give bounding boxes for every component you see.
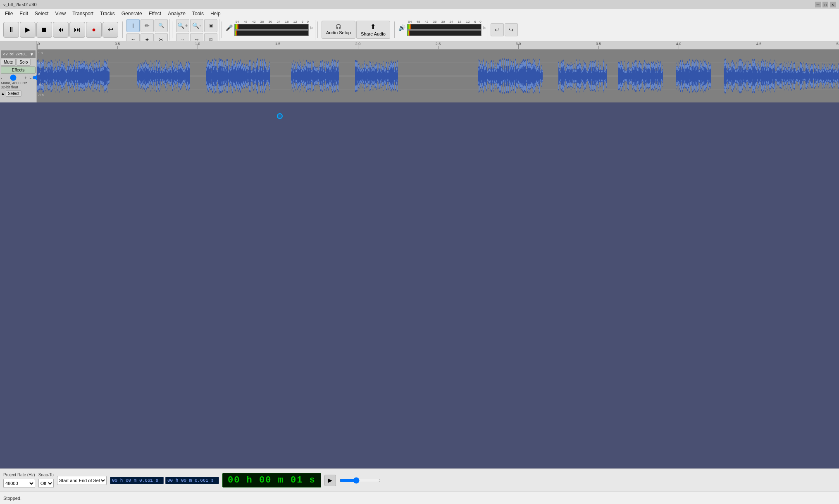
input-vu-container: -54 -48 -42 -36 -30 -24 -18 -12 -6 0 — [234, 20, 309, 36]
output-vu-bar[interactable] — [407, 24, 481, 30]
menu-tools[interactable]: Tools — [189, 10, 207, 17]
project-rate-select[interactable]: 48000 — [3, 479, 35, 488]
fastforward-button[interactable]: ⏭ — [69, 22, 85, 38]
rewind-button[interactable]: ⏮ — [53, 22, 69, 38]
ruler-spacer — [0, 41, 37, 50]
menu-generate[interactable]: Generate — [118, 10, 145, 17]
playback-play-button[interactable]: ▶ — [324, 475, 336, 486]
mute-button[interactable]: Mute — [1, 59, 16, 66]
menu-select[interactable]: Select — [31, 10, 52, 17]
transport-group: ⏸ ▶ ⏹ ⏮ ⏭ ● ↩ — [2, 20, 120, 40]
select-button[interactable]: Select — [6, 90, 21, 97]
speed-slider[interactable] — [339, 477, 381, 484]
waveform-area[interactable]: 1.0 0.5 0 -0.5 -1.0 — [37, 50, 839, 102]
title-controls: ─ □ × — [815, 2, 836, 7]
collapse-icon[interactable]: ▲ — [1, 91, 5, 96]
main-content — [0, 104, 839, 468]
input-vu-bar[interactable] — [234, 24, 309, 30]
zoom-out-button[interactable]: 🔍- — [190, 19, 203, 32]
input-vu-bar-2[interactable] — [234, 30, 309, 36]
waveform-canvas[interactable] — [37, 50, 839, 102]
stop-button[interactable]: ⏹ — [36, 22, 52, 38]
track-area: × v_btl_2krs01#40 ▼ Mute Solo Effects - … — [0, 50, 839, 102]
input-vu-clip: ▷ — [310, 26, 313, 30]
snap-to-section: Snap-To Off — [38, 473, 54, 488]
menu-effect[interactable]: Effect — [145, 10, 164, 17]
close-button[interactable]: × — [830, 2, 836, 7]
menu-bar: File Edit Select View Transport Tracks G… — [0, 9, 839, 18]
draw-tool-button[interactable]: ✏ — [141, 19, 154, 32]
track-mute-solo: Mute Solo — [1, 59, 36, 66]
undo-button[interactable]: ↩ — [491, 23, 504, 36]
undo-icon: ↩ — [495, 26, 500, 33]
track-menu-icon[interactable]: ▼ — [30, 52, 34, 57]
rewind-icon: ⏮ — [57, 26, 64, 33]
redo-icon: ↪ — [509, 26, 514, 33]
gain-slider[interactable] — [3, 75, 24, 80]
solo-button[interactable]: Solo — [17, 59, 31, 66]
speaker-icon: 🔊 — [398, 24, 405, 31]
audio-setup-label: Audio Setup — [326, 30, 351, 35]
output-vu-bar-2[interactable] — [407, 30, 481, 36]
input-vu-group: 🎤 -54 -48 -42 -36 -30 -24 -18 -12 -6 0 — [224, 20, 315, 40]
play-button[interactable]: ▶ — [20, 22, 36, 38]
zoom-selection-button[interactable]: ▣ — [204, 19, 217, 32]
input-vu-fill — [235, 24, 238, 29]
minimize-button[interactable]: ─ — [815, 2, 821, 7]
record-button[interactable]: ● — [86, 22, 102, 38]
menu-transport[interactable]: Transport — [69, 10, 97, 17]
loop-button[interactable]: ↩ — [102, 22, 118, 38]
zoom-in-button[interactable]: 🔍+ — [176, 19, 189, 32]
gain-minus-label: - — [1, 76, 2, 80]
tools-row-1: I ✏ 🔍 — [126, 19, 168, 32]
tools-group: I ✏ 🔍 ~ ✦ ✂ — [125, 19, 170, 40]
pause-button[interactable]: ⏸ — [3, 22, 19, 38]
output-vu-clip: ▷ — [483, 26, 486, 30]
toolbar-separator-1 — [122, 21, 123, 38]
select-tool-button[interactable]: I — [126, 19, 140, 32]
effects-button[interactable]: Effects — [1, 67, 36, 74]
effects-container: Effects — [1, 66, 36, 74]
play-icon: ▶ — [25, 26, 30, 33]
output-vu-row: 🔊 -54 -48 -42 -36 -30 -24 -18 -12 -6 0 — [398, 20, 486, 36]
time-end-input[interactable] — [165, 477, 219, 484]
cursor-dot — [277, 113, 283, 119]
menu-help[interactable]: Help — [207, 10, 224, 17]
maximize-button[interactable]: □ — [822, 2, 828, 7]
gain-plus-label: + — [24, 76, 27, 80]
menu-edit[interactable]: Edit — [16, 10, 31, 17]
redo-button[interactable]: ↪ — [505, 23, 518, 36]
zoom-tool-icon: 🔍 — [158, 23, 164, 28]
audio-setup-icon: 🎧 — [336, 24, 341, 29]
title-bar: v_btl_2krs01#40 ─ □ × — [0, 0, 839, 9]
time-inputs-section — [110, 477, 219, 484]
track-title-bar: × v_btl_2krs01#40 ▼ — [1, 50, 36, 58]
menu-view[interactable]: View — [52, 10, 69, 17]
share-audio-button[interactable]: ⬆ Share Audio — [356, 21, 390, 39]
zoom-tool-button[interactable]: 🔍 — [155, 19, 168, 32]
menu-tracks[interactable]: Tracks — [97, 10, 118, 17]
input-vu-fill-2 — [235, 31, 237, 36]
project-rate-section: Project Rate (Hz) 48000 — [3, 473, 35, 488]
menu-file[interactable]: File — [2, 10, 16, 17]
menu-analyze[interactable]: Analyze — [164, 10, 189, 17]
pause-icon: ⏸ — [8, 26, 14, 33]
input-vu-row: 🎤 -54 -48 -42 -36 -30 -24 -18 -12 -6 0 — [226, 20, 313, 36]
ruler-container: 0.00.51.01.52.02.53.03.54.04.55.0 — [0, 41, 839, 50]
draw-tool-icon: ✏ — [145, 22, 150, 29]
toolbar-separator-2 — [172, 21, 172, 38]
snap-to-select[interactable]: Off — [38, 479, 54, 488]
zoom-row-1: 🔍+ 🔍- ▣ — [176, 19, 217, 32]
audio-setup-button[interactable]: 🎧 Audio Setup — [322, 21, 355, 39]
toolbar-separator-3 — [222, 21, 222, 38]
track-info-line2: 32-bit float — [1, 85, 36, 89]
ruler[interactable]: 0.00.51.01.52.02.53.03.54.04.55.0 — [37, 41, 839, 50]
snap-mode-select[interactable]: Start and End of Selection — [57, 476, 107, 485]
playback-play-icon: ▶ — [328, 477, 332, 483]
mic-icon: 🎤 — [226, 24, 233, 31]
pan-l-label: L — [29, 76, 31, 80]
track-select-row: ▲ Select — [1, 90, 36, 97]
status-text: Stopped. — [3, 496, 21, 501]
time-start-input[interactable] — [110, 477, 164, 484]
gain-section: - + L R — [1, 75, 36, 80]
